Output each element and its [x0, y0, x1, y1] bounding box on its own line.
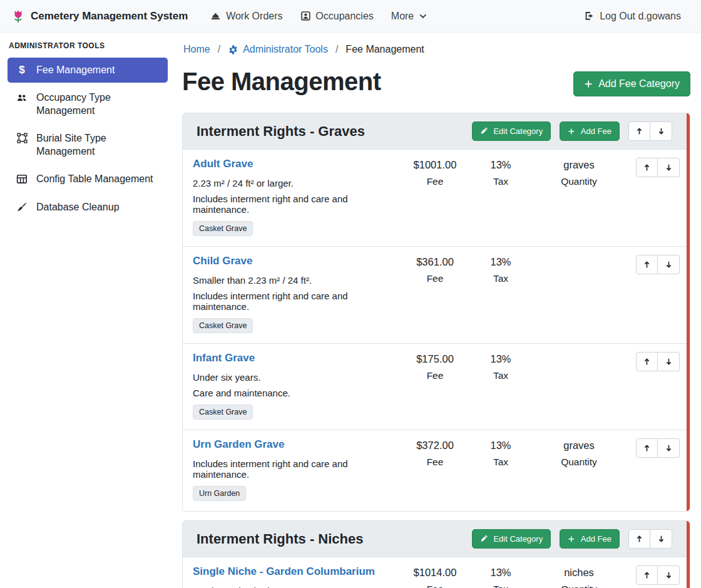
edit-category-button[interactable]: Edit Category	[472, 529, 551, 549]
fee-description: Garden Columbarium L, M, N.	[193, 585, 393, 588]
fee-tax-label: Tax	[469, 273, 532, 284]
move-fee-up-button[interactable]	[636, 158, 658, 177]
move-fee-down-button[interactable]	[658, 565, 680, 585]
arrow-down-icon	[665, 358, 673, 366]
category-actions: Edit CategoryAdd Fee	[472, 529, 677, 549]
broom-icon	[15, 202, 29, 213]
fee-row: Adult Grave2.23 m² / 24 ft² or larger.In…	[183, 149, 690, 246]
fee-reorder-group	[636, 565, 680, 585]
add-fee-button[interactable]: Add Fee	[560, 121, 620, 141]
nav-item-more[interactable]: More	[382, 6, 436, 27]
move-fee-down-button[interactable]	[658, 352, 680, 371]
arrow-down-icon	[657, 535, 665, 543]
arrow-down-icon	[665, 571, 673, 579]
sidebar-item-label: Config Table Management	[36, 173, 153, 185]
breadcrumb-admin-link[interactable]: Administrator Tools	[228, 44, 328, 55]
nav-item-work-orders[interactable]: Work Orders	[202, 6, 291, 27]
fee-tax-column: 13%Tax	[469, 255, 532, 284]
add-fee-category-button[interactable]: Add Fee Category	[573, 71, 690, 96]
fee-amount-label: Fee	[401, 273, 469, 284]
fee-quantity-column	[532, 352, 626, 353]
fee-tax: 13%	[469, 440, 532, 451]
fee-amount: $372.00	[401, 440, 469, 451]
fee-tag: Casket Grave	[193, 318, 253, 333]
card-scrollbar[interactable]	[687, 113, 690, 511]
move-fee-up-button[interactable]	[636, 352, 658, 371]
fee-amount: $361.00	[401, 256, 469, 268]
fee-quantity-label: Quantity	[532, 456, 626, 468]
fee-quantity-label: Quantity	[532, 176, 626, 187]
fee-tax: 13%	[469, 159, 532, 171]
tulip-icon	[11, 9, 25, 23]
edit-category-button[interactable]: Edit Category	[472, 121, 551, 141]
fee-description: 2.23 m² / 24 ft² or larger.	[193, 178, 393, 188]
arrow-down-icon	[665, 260, 673, 269]
move-fee-down-button[interactable]	[658, 438, 680, 458]
fee-amount-column: $1001.00Fee	[401, 158, 469, 187]
fee-amount: $1014.00	[401, 567, 469, 579]
sidebar-item-database-cleanup[interactable]: Database Cleanup	[8, 195, 168, 220]
sidebar-item-label: Database Cleanup	[36, 201, 120, 214]
add-fee-button[interactable]: Add Fee	[560, 529, 620, 549]
sidebar-item-fee-management[interactable]: $Fee Management	[8, 58, 168, 83]
fee-quantity: graves	[532, 159, 626, 171]
nav-item-label: More	[391, 11, 414, 22]
arrow-down-icon	[665, 163, 673, 172]
fee-tax: 13%	[469, 567, 532, 579]
sidebar-item-label: Occupancy Type Management	[36, 91, 160, 117]
fee-amount-column: $175.00Fee	[401, 352, 469, 381]
nav-item-label: Occupancies	[315, 11, 374, 22]
fee-tax-column: 13%Tax	[469, 438, 532, 468]
people-icon	[15, 92, 29, 103]
move-fee-down-button[interactable]	[658, 255, 680, 274]
title-row: Fee Management Add Fee Category	[182, 68, 690, 96]
page-title: Fee Management	[182, 68, 381, 96]
fee-name-link[interactable]: Adult Grave	[193, 158, 253, 170]
fee-tax-label: Tax	[469, 584, 532, 588]
category-title: Interment Rights - Niches	[197, 531, 363, 547]
card-scrollbar[interactable]	[687, 521, 690, 588]
sidebar-item-label: Burial Site Type Management	[36, 132, 160, 158]
fee-tax-label: Tax	[469, 176, 532, 187]
fee-name-link[interactable]: Single Niche - Garden Columbarium	[193, 565, 375, 578]
app-title: Cemetery Management System	[31, 10, 188, 23]
sidebar-item-occupancy-type-management[interactable]: Occupancy Type Management	[8, 85, 168, 123]
move-category-down-button[interactable]	[650, 529, 672, 549]
logout-link[interactable]: Log Out d.gowans	[575, 6, 690, 27]
move-fee-down-button[interactable]	[658, 158, 680, 177]
edit-category-label: Edit Category	[493, 126, 543, 136]
fee-description: Includes interment right and care and ma…	[193, 193, 393, 215]
move-fee-up-button[interactable]	[636, 438, 658, 458]
move-category-down-button[interactable]	[650, 121, 672, 141]
fee-row: Infant GraveUnder six years.Care and mai…	[183, 343, 690, 430]
fee-quantity-label: Quantity	[532, 584, 626, 588]
sidebar-item-config-table-management[interactable]: Config Table Management	[8, 167, 168, 192]
move-fee-up-button[interactable]	[636, 565, 658, 585]
app-brand[interactable]: Cemetery Management System	[11, 9, 188, 23]
move-category-up-button[interactable]	[628, 529, 650, 549]
fee-name-link[interactable]: Urn Garden Grave	[193, 438, 284, 451]
fee-tax-label: Tax	[469, 456, 532, 468]
fee-tag: Casket Grave	[193, 221, 253, 236]
move-category-up-button[interactable]	[628, 121, 650, 141]
plus-icon	[584, 80, 593, 88]
move-fee-up-button[interactable]	[636, 255, 658, 274]
fee-row: Single Niche - Garden ColumbariumGarden …	[183, 557, 690, 588]
sidebar-item-burial-site-type-management[interactable]: Burial Site Type Management	[8, 126, 168, 164]
fee-name-link[interactable]: Infant Grave	[193, 352, 255, 364]
category-header: Interment Rights - NichesEdit CategoryAd…	[183, 521, 690, 557]
edit-category-label: Edit Category	[493, 534, 543, 544]
fee-amount-column: $1014.00Fee	[401, 565, 469, 588]
fee-amount-column: $372.00Fee	[401, 438, 469, 468]
pencil-icon	[480, 127, 488, 135]
fee-reorder-group	[636, 352, 680, 371]
plot-icon	[15, 133, 29, 143]
fee-name-link[interactable]: Child Grave	[193, 255, 252, 267]
arrow-up-icon	[643, 260, 651, 269]
nav-item-occupancies[interactable]: Occupancies	[292, 6, 382, 27]
fee-tag: Urn Garden	[193, 486, 246, 501]
pencil-icon	[480, 535, 488, 542]
plus-icon	[568, 535, 575, 543]
breadcrumb-home-link[interactable]: Home	[183, 44, 210, 55]
table-icon	[15, 173, 29, 185]
